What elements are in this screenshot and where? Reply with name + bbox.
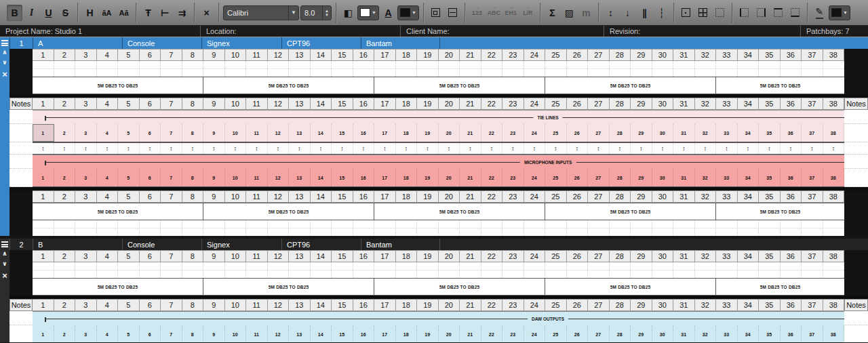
jack-number-cell[interactable]: 6: [140, 169, 161, 186]
empty-grid-cell[interactable]: [161, 262, 182, 278]
jack-number-cell[interactable]: 3: [75, 325, 97, 342]
column-number-cell[interactable]: 19: [417, 98, 439, 110]
normal-arrow-icon[interactable]: ↕: [781, 143, 802, 154]
column-number-cell[interactable]: 13: [289, 98, 311, 110]
column-number-cell[interactable]: 10: [225, 49, 247, 61]
jack-number-cell[interactable]: 33: [716, 325, 738, 342]
revision-field[interactable]: Revision:: [604, 26, 800, 37]
column-number-cell[interactable]: 2: [54, 250, 76, 262]
empty-grid-cell[interactable]: [823, 262, 845, 278]
jack-number-cell[interactable]: 30: [652, 325, 674, 342]
normal-arrow-icon[interactable]: ↕: [118, 143, 140, 154]
empty-grid-cell[interactable]: [631, 61, 652, 77]
normal-arrow-icon[interactable]: ↕: [439, 143, 460, 154]
empty-grid-cell[interactable]: [823, 61, 845, 77]
column-number-cell[interactable]: 31: [673, 299, 695, 311]
column-number-cell[interactable]: 9: [203, 49, 225, 61]
column-number-cell[interactable]: 15: [332, 49, 353, 61]
cable-label-cell[interactable]: 5M DB25 TO DB25: [374, 203, 545, 220]
jack-number-cell[interactable]: 10: [225, 325, 247, 342]
column-number-cell[interactable]: 25: [545, 299, 567, 311]
patchbay-number-cell[interactable]: 1: [9, 37, 33, 49]
column-number-cell[interactable]: 3: [75, 49, 97, 61]
empty-grid-cell[interactable]: [311, 262, 332, 278]
empty-grid-cell[interactable]: [203, 220, 225, 236]
drag-handle-icon[interactable]: [1, 40, 8, 46]
split-cells-button[interactable]: [445, 5, 460, 21]
empty-grid-cell[interactable]: [396, 61, 418, 77]
clear-text-style-button[interactable]: Ŧ: [140, 5, 156, 21]
jack-number-cell[interactable]: 6: [140, 124, 161, 142]
column-number-cell[interactable]: 9: [203, 299, 225, 311]
column-number-cell[interactable]: 36: [781, 250, 802, 262]
jack-number-cell[interactable]: 34: [738, 124, 760, 142]
border-top-button[interactable]: [770, 5, 786, 21]
empty-grid-cell[interactable]: [781, 61, 802, 77]
column-number-cell[interactable]: 15: [332, 190, 353, 203]
empty-grid-cell[interactable]: [695, 262, 717, 278]
column-number-cell[interactable]: 23: [502, 98, 524, 110]
empty-grid-cell[interactable]: [673, 220, 695, 236]
empty-grid-cell[interactable]: [759, 61, 781, 77]
jack-number-cell[interactable]: 11: [246, 325, 268, 342]
column-number-cell[interactable]: 1: [33, 49, 54, 61]
jack-number-cell[interactable]: 21: [460, 325, 481, 342]
font-color-button[interactable]: A: [380, 5, 396, 21]
jack-number-cell[interactable]: 35: [759, 124, 781, 142]
column-number-cell[interactable]: 28: [610, 299, 631, 311]
empty-grid-cell[interactable]: [268, 262, 290, 278]
normal-arrow-icon[interactable]: ↕: [161, 143, 182, 154]
empty-grid-cell[interactable]: [353, 220, 375, 236]
column-number-cell[interactable]: 24: [524, 250, 546, 262]
column-number-cell[interactable]: 8: [182, 190, 204, 203]
jack-number-cell[interactable]: 20: [439, 124, 460, 142]
column-number-cell[interactable]: 10: [225, 190, 247, 203]
jack-number-cell[interactable]: 9: [203, 169, 225, 186]
jack-number-cell[interactable]: 29: [631, 124, 652, 142]
jack-number-cell[interactable]: 23: [502, 169, 524, 186]
column-number-cell[interactable]: 10: [225, 250, 247, 262]
empty-grid-cell[interactable]: [417, 262, 439, 278]
column-number-cell[interactable]: 3: [75, 299, 97, 311]
column-number-cell[interactable]: 19: [417, 299, 439, 311]
jack-number-cell[interactable]: 18: [396, 169, 418, 186]
move-up-icon[interactable]: ∧: [2, 49, 7, 56]
column-number-cell[interactable]: 35: [759, 98, 781, 110]
jack-number-cell[interactable]: 38: [823, 124, 845, 142]
cable-label-cell[interactable]: 5M DB25 TO DB25: [33, 77, 203, 94]
column-number-cell[interactable]: 30: [652, 98, 674, 110]
normal-arrow-icon[interactable]: ↕: [823, 143, 845, 154]
column-number-cell[interactable]: 6: [140, 299, 161, 311]
jack-number-cell[interactable]: 31: [673, 325, 695, 342]
column-number-cell[interactable]: 27: [588, 299, 610, 311]
column-number-cell[interactable]: 18: [396, 190, 418, 203]
column-number-cell[interactable]: 21: [460, 299, 481, 311]
column-number-cell[interactable]: 21: [460, 49, 481, 61]
column-number-cell[interactable]: 33: [716, 299, 738, 311]
jack-number-cell[interactable]: 8: [182, 325, 204, 342]
empty-grid-cell[interactable]: [652, 220, 674, 236]
jack-number-cell[interactable]: 21: [460, 169, 481, 186]
empty-grid-cell[interactable]: [567, 61, 589, 77]
empty-grid-cell[interactable]: [374, 61, 396, 77]
normal-arrow-icon[interactable]: ↕: [246, 143, 268, 154]
jack-number-cell[interactable]: 19: [417, 325, 439, 342]
column-number-cell[interactable]: 30: [652, 49, 674, 61]
column-number-cell[interactable]: 18: [396, 49, 418, 61]
jack-number-cell[interactable]: 2: [54, 325, 76, 342]
jack-number-cell[interactable]: 10: [225, 169, 247, 186]
empty-grid-cell[interactable]: [588, 61, 610, 77]
column-number-cell[interactable]: 37: [802, 250, 823, 262]
column-number-cell[interactable]: 32: [695, 190, 717, 203]
empty-grid-cell[interactable]: [97, 262, 119, 278]
normal-arrow-icon[interactable]: ↕: [802, 143, 823, 154]
jack-number-cell[interactable]: 7: [161, 325, 182, 342]
jack-number-cell[interactable]: 8: [182, 169, 204, 186]
normal-arrow-icon[interactable]: ↕: [97, 143, 119, 154]
column-number-cell[interactable]: 37: [802, 299, 823, 311]
column-number-cell[interactable]: 7: [161, 49, 182, 61]
column-number-cell[interactable]: 7: [161, 190, 182, 203]
empty-grid-cell[interactable]: [439, 262, 460, 278]
jack-number-cell[interactable]: 7: [161, 169, 182, 186]
empty-grid-cell[interactable]: [502, 61, 524, 77]
